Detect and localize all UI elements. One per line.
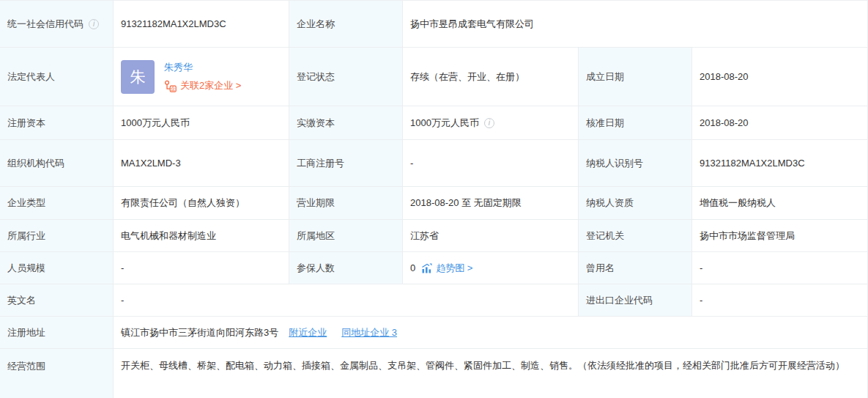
former-name-value: - <box>692 252 868 284</box>
import-export-label: 进出口企业代码 <box>579 284 692 317</box>
trend-link[interactable]: 趋势图 > <box>436 262 472 275</box>
business-scope-label-cell: 经营范围 <box>0 349 114 398</box>
address-label: 注册地址 <box>0 317 114 349</box>
info-icon[interactable]: i <box>89 19 99 29</box>
company-type-label: 企业类型 <box>0 187 114 220</box>
paid-capital-cell: 1000万元人民币 i <box>403 106 579 140</box>
credit-code-value: 91321182MA1X2LMD3C <box>114 1 289 48</box>
region-label: 所属地区 <box>289 220 403 252</box>
org-link-icon: 企 <box>164 80 177 92</box>
company-name-value: 扬中市昱昂成套电气有限公司 <box>403 1 868 48</box>
paid-capital-value: 1000万元人民币 <box>410 117 479 130</box>
legal-rep-avatar[interactable]: 朱 <box>121 60 155 94</box>
business-term-value: 2018-08-20 至 无固定期限 <box>403 187 579 220</box>
insured-label: 参保人数 <box>289 252 403 284</box>
org-code-value: MA1X2LMD-3 <box>114 140 289 187</box>
company-info-table: 统一社会信用代码 i 91321182MA1X2LMD3C 企业名称 扬中市昱昂… <box>0 0 868 398</box>
legal-rep-label: 法定代表人 <box>0 48 114 106</box>
taxpayer-id-value: 91321182MA1X2LMD3C <box>692 140 868 187</box>
approval-date-value: 2018-08-20 <box>692 106 868 140</box>
nearby-companies-link[interactable]: 附近企业 <box>289 326 327 339</box>
reg-authority-label: 登记机关 <box>579 220 692 252</box>
region-value: 江苏省 <box>403 220 579 252</box>
company-type-value: 有限责任公司（自然人独资） <box>114 187 289 220</box>
trend-chart-icon[interactable] <box>421 262 433 274</box>
insured-cell: 0 趋势图 > <box>403 252 579 284</box>
reg-capital-value: 1000万元人民币 <box>114 106 289 140</box>
business-scope-label: 经营范围 <box>7 358 45 375</box>
insured-count: 0 <box>410 262 415 273</box>
legal-rep-name-link[interactable]: 朱秀华 <box>164 61 241 74</box>
industry-label: 所属行业 <box>0 220 114 252</box>
related-companies-label: 关联2家企业 > <box>180 79 241 92</box>
english-name-value: - <box>114 284 579 317</box>
business-term-label: 营业期限 <box>289 187 403 220</box>
former-name-label: 曾用名 <box>579 252 692 284</box>
taxpayer-quality-label: 纳税人资质 <box>579 187 692 220</box>
credit-code-label: 统一社会信用代码 <box>7 18 84 31</box>
info-icon[interactable]: i <box>484 118 494 128</box>
established-date-label: 成立日期 <box>579 48 692 106</box>
credit-code-label-cell: 统一社会信用代码 i <box>0 1 114 48</box>
business-reg-no-value: - <box>403 140 579 187</box>
industry-value: 电气机械和器材制造业 <box>114 220 289 252</box>
reg-capital-label: 注册资本 <box>0 106 114 140</box>
reg-status-value: 存续（在营、开业、在册） <box>403 48 579 106</box>
established-date-value: 2018-08-20 <box>692 48 868 106</box>
business-scope-value: 开关柜、母线槽、桥架、配电箱、动力箱、插接箱、金属制品、支吊架、管阀件、紧固件加… <box>114 349 868 398</box>
company-name-label: 企业名称 <box>289 1 403 48</box>
svg-text:企: 企 <box>171 86 176 91</box>
import-export-value: - <box>692 284 868 317</box>
approval-date-label: 核准日期 <box>579 106 692 140</box>
staff-size-label: 人员规模 <box>0 252 114 284</box>
taxpayer-id-label: 纳税人识别号 <box>579 140 692 187</box>
reg-status-label: 登记状态 <box>289 48 403 106</box>
address-value: 镇江市扬中市三茅街道向阳河东路3号 <box>121 326 278 339</box>
reg-authority-value: 扬中市市场监督管理局 <box>692 220 868 252</box>
staff-size-value: - <box>114 252 289 284</box>
english-name-label: 英文名 <box>0 284 114 317</box>
address-cell: 镇江市扬中市三茅街道向阳河东路3号 附近企业 同地址企业 3 <box>114 317 868 349</box>
paid-capital-label: 实缴资本 <box>289 106 403 140</box>
legal-rep-cell: 朱 朱秀华 企 关联2家企业 > <box>114 48 289 106</box>
same-address-link[interactable]: 同地址企业 3 <box>341 326 397 339</box>
taxpayer-quality-value: 增值税一般纳税人 <box>692 187 868 220</box>
related-companies-link[interactable]: 企 关联2家企业 > <box>164 79 241 92</box>
business-reg-no-label: 工商注册号 <box>289 140 403 187</box>
org-code-label: 组织机构代码 <box>0 140 114 187</box>
